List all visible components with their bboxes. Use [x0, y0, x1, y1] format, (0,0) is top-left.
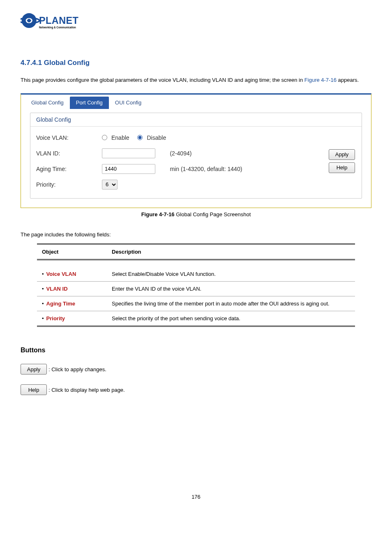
tab-oui-config[interactable]: OUI Config: [109, 97, 148, 109]
disable-label: Disable: [147, 134, 166, 141]
desc-priority: Select the priority of the port when sen…: [107, 311, 355, 326]
row-vlan-id: VLAN ID: (2-4094): [36, 146, 321, 161]
svg-text:PLANET: PLANET: [39, 15, 79, 26]
inner-panel-head: Global Config: [30, 113, 362, 127]
tab-global-config[interactable]: Global Config: [25, 97, 70, 109]
table-row: •Aging Time Specifies the living time of…: [37, 296, 355, 311]
buttons-section-title: Buttons: [21, 347, 371, 354]
priority-label: Priority:: [36, 181, 102, 188]
aging-time-input[interactable]: [102, 164, 155, 174]
table-row: •VLAN ID Enter the VLAN ID of the voice …: [37, 282, 355, 296]
global-config-inner-panel: Global Config Voice VLAN: Enable Disable: [30, 113, 362, 199]
obj-aging: Aging Time: [46, 301, 76, 307]
help-button[interactable]: Help: [329, 162, 355, 173]
help-button-line: Help : Click to display help web page.: [21, 384, 371, 395]
table-row: •Voice VLAN Select Enable/Disable Voice …: [37, 267, 355, 282]
logo-block: PLANET Networking & Communication: [21, 12, 371, 34]
intro-text-prefix: This page provides configure the global …: [21, 77, 304, 83]
th-description: Description: [107, 244, 355, 259]
caption-fig: Figure 4-7-16: [141, 211, 175, 217]
obj-vlan-id: VLAN ID: [46, 286, 68, 292]
tab-port-config[interactable]: Port Config: [70, 97, 109, 109]
vlan-id-label: VLAN ID:: [36, 150, 102, 157]
voice-vlan-enable-radio[interactable]: [102, 135, 107, 140]
figure-link[interactable]: Figure 4-7-16: [304, 77, 337, 83]
vlan-id-input[interactable]: [102, 148, 155, 158]
intro-paragraph: This page provides configure the global …: [21, 76, 371, 84]
vlan-id-hint: (2-4094): [170, 150, 191, 157]
obj-voice-vlan: Voice VLAN: [46, 271, 76, 277]
desc-vlan-id: Enter the VLAN ID of the voice VLAN.: [107, 282, 355, 296]
aging-time-hint: min (1-43200, default: 1440): [170, 166, 242, 172]
section-title: 4.7.4.1 Global Config: [21, 59, 371, 67]
page-number: 176: [21, 494, 371, 500]
th-object: Object: [37, 244, 107, 259]
voice-vlan-disable-radio[interactable]: [137, 135, 143, 140]
config-panel: Global Config Port Config OUI Config Glo…: [21, 93, 371, 208]
row-priority: Priority: 6: [36, 177, 321, 192]
figure-caption: Figure 4-7-16 Global Config Page Screens…: [21, 211, 371, 217]
fields-intro: The page includes the following fields:: [21, 231, 371, 238]
tab-bar: Global Config Port Config OUI Config: [21, 95, 371, 109]
intro-text-suffix: appears.: [337, 77, 359, 83]
help-button-text: : Click to display help web page.: [48, 387, 125, 393]
apply-button-image: Apply: [21, 364, 47, 375]
row-voice-vlan: Voice VLAN: Enable Disable: [36, 130, 321, 146]
obj-priority: Priority: [46, 315, 65, 321]
apply-button[interactable]: Apply: [329, 149, 355, 160]
svg-text:Networking & Communication: Networking & Communication: [39, 26, 76, 29]
desc-voice-vlan: Select Enable/Disable Voice VLAN functio…: [107, 267, 355, 282]
apply-button-line: Apply : Click to apply changes.: [21, 364, 371, 375]
planet-logo-icon: PLANET Networking & Communication: [21, 12, 95, 33]
aging-time-label: Aging Time:: [36, 166, 102, 172]
fields-table: Object Description •Voice VLAN Select En…: [37, 243, 355, 327]
caption-text: Global Config Page Screenshot: [175, 211, 251, 217]
voice-vlan-label: Voice VLAN:: [36, 134, 102, 141]
row-aging-time: Aging Time: min (1-43200, default: 1440): [36, 161, 321, 177]
desc-aging: Specifies the living time of the member …: [107, 296, 355, 311]
help-button-image: Help: [21, 384, 47, 395]
apply-button-text: : Click to apply changes.: [48, 366, 106, 372]
priority-select[interactable]: 6: [102, 180, 118, 190]
enable-label: Enable: [111, 134, 129, 141]
table-row: •Priority Select the priority of the por…: [37, 311, 355, 326]
